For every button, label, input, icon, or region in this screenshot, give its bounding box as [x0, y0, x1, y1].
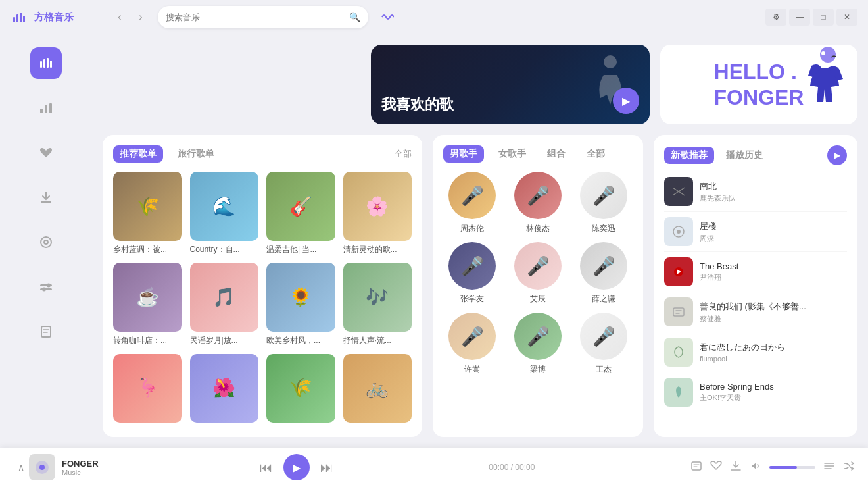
svg-rect-17 [41, 326, 51, 337]
tab-male-artist[interactable]: 男歌手 [443, 145, 484, 163]
play-button[interactable]: ▶ [283, 454, 310, 480]
settings-button[interactable]: ⚙ [765, 9, 786, 26]
download-button[interactable] [730, 460, 742, 474]
svg-rect-3 [23, 16, 25, 22]
artist-name-1: 周杰伦 [460, 223, 484, 234]
sidebar-item-notes[interactable] [30, 316, 62, 347]
list-item[interactable]: The Beast 尹浩翔 [664, 252, 847, 292]
time-current: 00:00 [489, 463, 508, 472]
list-item[interactable]: 🎤 梁博 [509, 313, 567, 375]
music-wave-button[interactable] [376, 6, 398, 28]
time-total: 00:00 [515, 463, 535, 472]
list-item[interactable]: 🌻 欧美乡村风，... [266, 263, 335, 346]
playlist-thumb-2: 🌊 [190, 172, 259, 241]
list-item[interactable]: 🌾 [266, 354, 335, 427]
list-item[interactable]: 🎸 温柔吉他| 当... [266, 172, 335, 255]
volume-button[interactable] [750, 460, 761, 474]
list-item[interactable]: 🎤 陈奕迅 [575, 172, 633, 234]
list-item[interactable]: 🚲 [343, 354, 412, 427]
tab-play-history[interactable]: 播放历史 [719, 147, 769, 164]
sidebar-item-music[interactable] [30, 47, 62, 79]
search-icon[interactable]: 🔍 [349, 12, 360, 22]
svg-rect-5 [43, 59, 45, 68]
list-item[interactable]: 🎤 王杰 [575, 313, 633, 375]
next-button[interactable]: ⏭ [320, 460, 333, 475]
list-item[interactable]: 🎤 张学友 [443, 242, 501, 305]
playlist-all-link[interactable]: 全部 [395, 148, 412, 160]
list-item[interactable]: 屋楼 周深 [664, 212, 847, 252]
list-item[interactable]: Before Spring Ends 主OK!李天贵 [664, 372, 847, 412]
forward-button[interactable]: › [132, 8, 150, 26]
expand-button[interactable]: ∧ [13, 459, 29, 475]
lyrics-button[interactable] [690, 460, 702, 474]
song-thumb-4 [664, 297, 693, 326]
sidebar-item-favorites[interactable] [30, 137, 62, 168]
playlist-thumb-9: 🦩 [113, 354, 182, 423]
svg-rect-10 [49, 103, 52, 113]
list-item[interactable]: ☕ 转角咖啡店：... [113, 263, 182, 346]
volume-slider[interactable] [769, 466, 815, 469]
list-item[interactable]: 🎶 抒情人声·流... [343, 263, 412, 346]
list-item[interactable]: 🌾 乡村蓝调：被... [113, 172, 182, 255]
list-item[interactable]: 南北 鹿先森乐队 [664, 172, 847, 212]
list-item[interactable]: 🎵 民谣岁月|放... [190, 263, 259, 346]
list-item[interactable]: 善良的我们 (影集《不够善... 蔡健雅 [664, 292, 847, 332]
playlist-thumb-7: 🌻 [266, 263, 335, 332]
list-item[interactable]: 🦩 [113, 354, 182, 427]
list-item[interactable]: 🌸 清新灵动的欧... [343, 172, 412, 255]
artist-avatar-9: 🎤 [580, 313, 627, 360]
player-title: FONGER [62, 459, 114, 469]
maximize-button[interactable]: □ [813, 9, 834, 26]
banner-hero-title: 我喜欢的歌 [381, 95, 454, 115]
tab-travel-playlist[interactable]: 旅行歌单 [171, 145, 221, 163]
sidebar-item-chart[interactable] [30, 92, 62, 124]
prev-button[interactable]: ⏮ [260, 460, 273, 475]
list-item[interactable]: 君に恋したあの日から flumpool [664, 332, 847, 372]
list-item[interactable]: 🌊 Country：自... [190, 172, 259, 255]
minimize-button[interactable]: — [789, 9, 810, 26]
list-item[interactable]: 🎤 艾辰 [509, 242, 567, 305]
top-banner: 我喜欢的歌 ▶ HELLO . FONGER [103, 45, 857, 124]
sidebar-item-download[interactable] [30, 182, 62, 213]
tab-group-artist[interactable]: 组合 [541, 145, 572, 163]
hello-line1: HELLO . [714, 59, 804, 84]
list-item[interactable]: 🎤 林俊杰 [509, 172, 567, 234]
close-button[interactable]: ✕ [836, 9, 857, 26]
playlist-thumb-4: 🌸 [343, 172, 412, 241]
list-item[interactable]: 🎤 许嵩 [443, 313, 501, 375]
playlist-thumb-11: 🌾 [266, 354, 335, 423]
song-title-4: 善良的我们 (影集《不够善... [700, 301, 847, 313]
banner-hero[interactable]: 我喜欢的歌 ▶ [371, 45, 650, 124]
svg-rect-4 [40, 61, 42, 68]
sidebar-item-toggle[interactable] [30, 271, 62, 303]
playlist-thumb-3: 🎸 [266, 172, 335, 241]
playlist-label-2: Country：自... [190, 245, 259, 255]
artist-name-3: 陈奕迅 [592, 223, 615, 234]
tab-new-songs[interactable]: 新歌推荐 [664, 147, 714, 164]
main-content: 我喜欢的歌 ▶ HELLO . FONGER [92, 34, 868, 448]
search-input[interactable] [166, 13, 344, 22]
list-item[interactable]: 🎤 薛之谦 [575, 242, 633, 305]
sidebar-item-disc[interactable] [30, 226, 62, 258]
song-title-3: The Beast [700, 261, 847, 271]
tab-recommended-playlist[interactable]: 推荐歌单 [113, 145, 163, 163]
svg-point-22 [677, 230, 681, 234]
playlist-thumb-12: 🚲 [343, 354, 412, 423]
tab-all-artist[interactable]: 全部 [580, 145, 612, 163]
player-thumbnail[interactable] [29, 454, 55, 480]
heart-button[interactable] [710, 460, 722, 474]
playlist-label-8: 抒情人声·流... [343, 336, 412, 346]
back-button[interactable]: ‹ [110, 8, 129, 26]
artist-name-6: 薛之谦 [592, 294, 615, 305]
queue-button[interactable] [823, 460, 835, 474]
artist-avatar-7: 🎤 [448, 313, 496, 360]
play-all-button[interactable]: ▶ [827, 145, 847, 165]
tab-female-artist[interactable]: 女歌手 [492, 145, 533, 163]
list-item[interactable]: 🎤 周杰伦 [443, 172, 501, 234]
list-item[interactable]: 🌺 [190, 354, 259, 427]
song-title-5: 君に恋したあの日から [700, 342, 847, 353]
shuffle-button[interactable] [843, 460, 855, 474]
sidebar [0, 34, 92, 448]
window-controls: ⚙ — □ ✕ [765, 9, 857, 26]
svg-point-26 [39, 465, 45, 470]
